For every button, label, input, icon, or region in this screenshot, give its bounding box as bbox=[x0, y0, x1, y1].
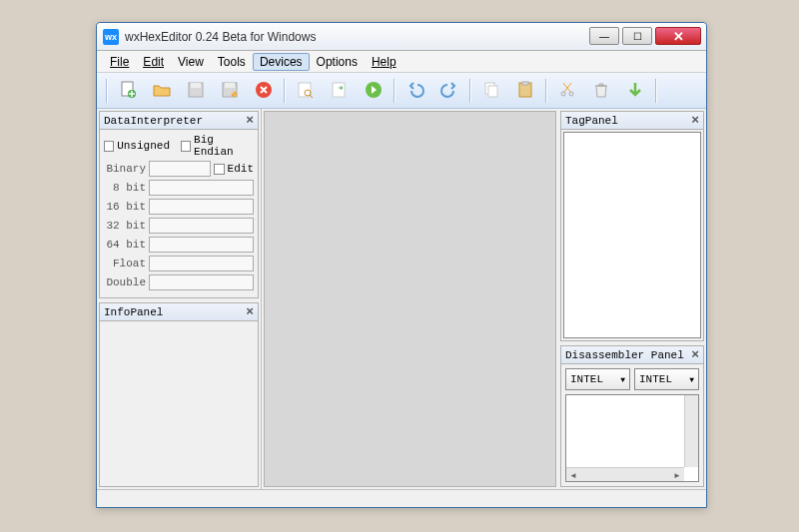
info-panel-body bbox=[100, 321, 258, 486]
disassembler-panel: Disassembler Panel × INTEL▼ INTEL▼ ◄ ► bbox=[560, 345, 704, 487]
cut-button[interactable] bbox=[551, 77, 583, 105]
panel-title: InfoPanel bbox=[104, 306, 246, 318]
find-button[interactable] bbox=[290, 77, 322, 105]
float-label: Float bbox=[104, 258, 146, 269]
save-button[interactable] bbox=[180, 77, 212, 105]
panel-close-icon[interactable]: × bbox=[691, 347, 699, 362]
menu-options[interactable]: Options bbox=[310, 53, 365, 71]
svg-rect-9 bbox=[333, 83, 345, 97]
panel-title: Disassembler Panel bbox=[565, 349, 691, 361]
replace-icon bbox=[330, 80, 350, 102]
menubar: File Edit View Tools Devices Options Hel… bbox=[97, 51, 706, 73]
bit8-input[interactable] bbox=[149, 180, 254, 196]
disassembler-listing[interactable]: ◄ ► bbox=[565, 394, 699, 482]
svg-rect-14 bbox=[522, 82, 528, 85]
binary-label: Binary bbox=[104, 163, 146, 175]
close-file-button[interactable] bbox=[248, 77, 280, 105]
maximize-button[interactable]: ☐ bbox=[622, 27, 652, 45]
new-file-button[interactable] bbox=[112, 77, 144, 105]
cut-icon bbox=[557, 80, 577, 102]
undo-icon bbox=[405, 80, 425, 102]
float-input[interactable] bbox=[149, 256, 254, 271]
tag-panel-header[interactable]: TagPanel × bbox=[561, 112, 703, 130]
menu-help[interactable]: Help bbox=[365, 53, 403, 71]
bit32-label: 32 bit bbox=[104, 220, 146, 232]
bit16-input[interactable] bbox=[149, 199, 254, 215]
titlebar[interactable]: wx wxHexEditor 0.24 Beta for Windows — ☐… bbox=[97, 23, 706, 51]
delete-button[interactable] bbox=[585, 77, 617, 105]
open-file-button[interactable] bbox=[146, 77, 178, 105]
hex-editor-area[interactable] bbox=[264, 111, 556, 487]
panel-title: DataInterpreter bbox=[104, 115, 246, 127]
find-icon bbox=[296, 80, 316, 102]
disassembler-header[interactable]: Disassembler Panel × bbox=[561, 346, 703, 364]
svg-point-15 bbox=[561, 92, 565, 96]
scroll-left-icon[interactable]: ◄ bbox=[566, 468, 580, 482]
folder-open-icon bbox=[152, 80, 172, 102]
svg-rect-3 bbox=[191, 83, 201, 88]
save-icon bbox=[186, 80, 206, 102]
close-button[interactable]: ✕ bbox=[655, 27, 701, 45]
file-new-icon bbox=[118, 80, 138, 102]
scroll-right-icon[interactable]: ► bbox=[670, 468, 684, 482]
bit32-input[interactable] bbox=[149, 218, 254, 234]
app-icon: wx bbox=[103, 29, 119, 45]
svg-rect-12 bbox=[488, 86, 497, 97]
goto-button[interactable] bbox=[358, 77, 390, 105]
menu-tools[interactable]: Tools bbox=[211, 53, 253, 71]
save-as-button[interactable] bbox=[214, 77, 246, 105]
binary-input[interactable] bbox=[149, 161, 211, 177]
menu-edit[interactable]: Edit bbox=[136, 53, 171, 71]
data-interpreter-body: Unsigned Big Endian Binary Edit 8 bit 16… bbox=[100, 130, 258, 297]
disassembler-body: INTEL▼ INTEL▼ ◄ ► bbox=[561, 364, 703, 486]
bit64-label: 64 bit bbox=[104, 239, 146, 251]
window-controls: — ☐ ✕ bbox=[589, 28, 706, 45]
redo-icon bbox=[439, 80, 459, 102]
close-file-icon bbox=[254, 80, 274, 102]
copy-button[interactable] bbox=[475, 77, 507, 105]
big-endian-label: Big Endian bbox=[194, 134, 254, 158]
app-window: wx wxHexEditor 0.24 Beta for Windows — ☐… bbox=[96, 22, 707, 508]
menu-view[interactable]: View bbox=[171, 53, 211, 71]
horizontal-scrollbar[interactable]: ◄ ► bbox=[566, 467, 684, 481]
toolbar-separator bbox=[545, 79, 547, 103]
unsigned-label: Unsigned bbox=[117, 140, 170, 152]
double-label: Double bbox=[104, 276, 146, 288]
right-column: TagPanel × Disassembler Panel × INTEL▼ I… bbox=[558, 109, 706, 489]
info-panel-header[interactable]: InfoPanel × bbox=[100, 303, 258, 321]
arrow-down-icon bbox=[625, 80, 645, 102]
big-endian-checkbox[interactable] bbox=[181, 141, 191, 152]
trash-icon bbox=[591, 80, 611, 102]
panel-close-icon[interactable]: × bbox=[246, 113, 254, 128]
menu-devices[interactable]: Devices bbox=[253, 53, 310, 71]
double-input[interactable] bbox=[149, 274, 254, 290]
paste-icon bbox=[515, 80, 535, 102]
paste-button[interactable] bbox=[509, 77, 541, 105]
toolbar-separator bbox=[106, 79, 108, 103]
toolbar-separator bbox=[394, 79, 396, 103]
toolbar-separator bbox=[284, 79, 286, 103]
insert-button[interactable] bbox=[619, 77, 651, 105]
toolbar bbox=[97, 73, 706, 109]
redo-button[interactable] bbox=[433, 77, 465, 105]
panel-close-icon[interactable]: × bbox=[246, 304, 254, 319]
vertical-scrollbar[interactable] bbox=[684, 395, 698, 467]
data-interpreter-header[interactable]: DataInterpreter × bbox=[100, 112, 258, 130]
replace-button[interactable] bbox=[324, 77, 356, 105]
toolbar-separator bbox=[469, 79, 471, 103]
unsigned-checkbox[interactable] bbox=[104, 141, 114, 152]
tag-list[interactable] bbox=[563, 132, 701, 338]
undo-button[interactable] bbox=[400, 77, 431, 105]
edit-checkbox[interactable] bbox=[214, 164, 225, 175]
left-column: DataInterpreter × Unsigned Big Endian Bi… bbox=[97, 109, 262, 489]
save-as-icon bbox=[220, 80, 240, 102]
disassembler-arch-select[interactable]: INTEL▼ bbox=[565, 368, 630, 390]
menu-file[interactable]: File bbox=[103, 53, 136, 71]
minimize-button[interactable]: — bbox=[589, 27, 619, 45]
edit-label: Edit bbox=[228, 163, 254, 175]
chevron-down-icon: ▼ bbox=[689, 375, 694, 384]
disassembler-syntax-select[interactable]: INTEL▼ bbox=[634, 368, 699, 390]
panel-close-icon[interactable]: × bbox=[691, 113, 699, 128]
bit64-input[interactable] bbox=[149, 237, 254, 253]
data-interpreter-panel: DataInterpreter × Unsigned Big Endian Bi… bbox=[99, 111, 259, 298]
